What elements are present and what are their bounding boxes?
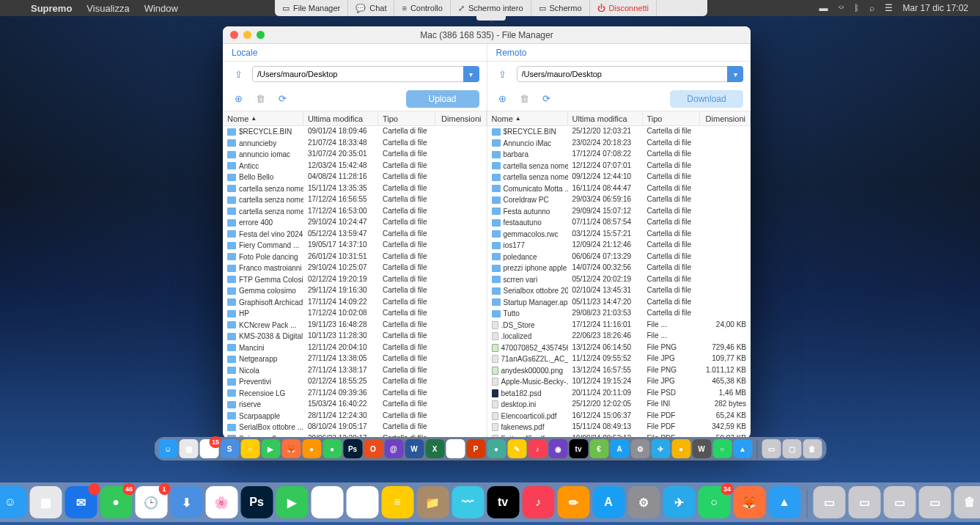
dock-app-icon[interactable]: ▶ bbox=[261, 439, 280, 458]
file-row[interactable]: cartella senza nome 209/12/24 12:44:10Ca… bbox=[487, 172, 751, 183]
toolbar-controllo[interactable]: ≡Controllo bbox=[394, 0, 450, 16]
window-titlebar[interactable]: Mac (386 168 535) - File Manager bbox=[223, 26, 751, 44]
file-row[interactable]: annuncieby21/07/24 18:33:48Cartella di f… bbox=[223, 138, 487, 150]
local-file-list[interactable]: $RECYCLE.BIN09/01/24 18:09:46Cartella di… bbox=[223, 126, 487, 438]
dock-app-icon[interactable]: ≡ bbox=[381, 486, 413, 518]
toolbar-disconnetti[interactable]: ⏻Disconnetti bbox=[590, 0, 657, 16]
dock-app-icon[interactable]: A bbox=[610, 439, 629, 458]
file-row[interactable]: Anticc12/03/24 15:42:48Cartella di file bbox=[223, 161, 487, 172]
file-row[interactable]: KCNcrew Pack ...19/11/23 16:48:28Cartell… bbox=[223, 320, 487, 331]
file-row[interactable]: anydesk00000.png13/12/24 16:57:55File PN… bbox=[487, 365, 751, 377]
dock-app-icon[interactable]: W bbox=[405, 439, 424, 458]
file-row[interactable]: Festa autunno29/09/24 15:07:12Cartella d… bbox=[487, 206, 751, 218]
dock-app-icon[interactable]: ✉ bbox=[65, 486, 97, 518]
file-row[interactable]: cartella senza nome 217/12/24 16:56:55Ca… bbox=[223, 194, 487, 206]
file-row[interactable]: Bello Bello04/08/24 11:28:16Cartella di … bbox=[223, 172, 487, 183]
file-row[interactable]: Preventivi02/12/24 18:55:25Cartella di f… bbox=[223, 376, 487, 388]
nav-up-icon[interactable]: ⇧ bbox=[495, 66, 511, 82]
file-row[interactable]: gemmacolos.rwc03/12/24 15:57:21Cartella … bbox=[487, 229, 751, 241]
file-row[interactable]: fakenews.pdf15/11/24 08:49:13File PDF342… bbox=[487, 422, 751, 433]
dock-app-icon[interactable]: ✏ bbox=[557, 486, 589, 518]
file-row[interactable]: Comunicato Motta ...16/11/24 08:44:47Car… bbox=[487, 183, 751, 195]
file-row[interactable]: barbara17/12/24 07:08:22Cartella di file bbox=[487, 149, 751, 161]
dock-app-icon[interactable]: ☺ bbox=[158, 439, 177, 458]
dock-app-icon[interactable]: @ bbox=[384, 439, 403, 458]
file-row[interactable]: Foto Pole dancing26/01/24 10:31:51Cartel… bbox=[223, 252, 487, 263]
wifi-icon[interactable]: ⌔ bbox=[839, 3, 844, 13]
file-row[interactable]: HP17/12/24 10:02:08Cartella di file bbox=[223, 308, 487, 320]
dock-app-icon[interactable]: 🕒1 bbox=[135, 486, 167, 518]
dock-app-icon[interactable]: ●46 bbox=[100, 486, 132, 518]
menu-visualizza[interactable]: Visualizza bbox=[79, 3, 136, 14]
remote-path-input[interactable] bbox=[517, 66, 744, 82]
dock-app-icon[interactable]: ⚙ bbox=[627, 486, 660, 518]
col-date[interactable]: Ultima modifica bbox=[568, 111, 643, 125]
dock-app-icon[interactable]: ✉15 bbox=[199, 439, 218, 458]
dock-app-icon[interactable]: P bbox=[466, 439, 485, 458]
dock-app-icon[interactable]: 〰 bbox=[452, 486, 484, 518]
file-row[interactable]: desktop.ini25/12/20 12:02:05File INI282 … bbox=[487, 399, 751, 411]
file-row[interactable]: 470070852_4357456...13/12/24 06:14:50Fil… bbox=[487, 342, 751, 354]
file-row[interactable]: Graphisoft Archicad ...17/11/24 14:09:22… bbox=[223, 297, 487, 309]
file-row[interactable]: Scarpaapple28/11/24 12:24:30Cartella di … bbox=[223, 411, 487, 422]
local-tab[interactable]: Locale bbox=[223, 44, 487, 62]
dock-minimized-icon[interactable]: ▭ bbox=[883, 486, 915, 518]
file-row[interactable]: Mancini12/11/24 20:04:10Cartella di file bbox=[223, 342, 487, 354]
file-row[interactable]: .DS_Store17/12/24 11:16:01File ...24,00 … bbox=[487, 320, 751, 331]
file-row[interactable]: errore 40029/10/24 10:24:47Cartella di f… bbox=[223, 217, 487, 229]
file-row[interactable]: KMS-2038 & Digital ...10/11/23 11:28:30C… bbox=[223, 331, 487, 342]
bluetooth-icon[interactable]: ᛒ bbox=[854, 3, 859, 13]
file-row[interactable]: $RECYCLE.BIN09/01/24 18:09:46Cartella di… bbox=[223, 126, 487, 138]
nav-up-icon[interactable]: ⇧ bbox=[230, 66, 246, 82]
file-row[interactable]: cartella senza nome 317/12/24 16:53:00Ca… bbox=[223, 206, 487, 218]
file-row[interactable]: scrren vari05/12/24 20:02:19Cartella di … bbox=[487, 274, 751, 286]
spotlight-icon[interactable]: ⌕ bbox=[869, 3, 874, 13]
dock-app-icon[interactable]: S bbox=[220, 439, 239, 458]
dock-app-icon[interactable]: tv bbox=[487, 486, 519, 518]
file-row[interactable]: Apple-Music-Becky-...10/12/24 19:15:24Fi… bbox=[487, 376, 751, 388]
file-row[interactable]: prezzi iphone apple14/07/24 00:32:56Cart… bbox=[487, 262, 751, 274]
dock-app-icon[interactable]: ○ bbox=[712, 439, 732, 458]
refresh-icon[interactable]: ⟳ bbox=[274, 91, 290, 107]
file-row[interactable]: Recensioe LG27/11/24 09:39:36Cartella di… bbox=[223, 388, 487, 400]
dock-minimized-icon[interactable]: ▢ bbox=[782, 439, 801, 458]
zoom-button[interactable] bbox=[257, 31, 265, 39]
file-row[interactable]: ios17712/09/24 21:12:46Cartella di file bbox=[487, 240, 751, 252]
col-date[interactable]: Ultima modifica bbox=[303, 111, 378, 125]
file-row[interactable]: Fiery Command ...19/05/17 14:37:10Cartel… bbox=[223, 240, 487, 252]
dock-app-icon[interactable]: A bbox=[592, 486, 625, 518]
file-row[interactable]: Netgearapp27/11/24 13:38:05Cartella di f… bbox=[223, 353, 487, 365]
dock-app-icon[interactable]: ▶ bbox=[276, 486, 308, 518]
app-name[interactable]: Supremo bbox=[23, 3, 79, 14]
dock-app-icon[interactable]: ◉ bbox=[548, 439, 567, 458]
refresh-icon[interactable]: ⟳ bbox=[539, 91, 555, 107]
dock-app-icon[interactable]: ⚙ bbox=[630, 439, 649, 458]
col-name[interactable]: Nome▲ bbox=[223, 111, 303, 125]
close-button[interactable] bbox=[230, 31, 238, 39]
new-folder-icon[interactable]: ⊕ bbox=[495, 91, 511, 107]
file-row[interactable]: annuncio iomac31/07/24 20:35:01Cartella … bbox=[223, 149, 487, 161]
dock-app-icon[interactable]: Ps bbox=[343, 439, 362, 458]
dock-app-icon[interactable]: ✈ bbox=[651, 439, 670, 458]
upload-button[interactable]: Upload bbox=[406, 90, 479, 108]
dock-app-icon[interactable]: tv bbox=[569, 439, 588, 458]
col-type[interactable]: Tipo bbox=[643, 111, 700, 125]
dock-app-icon[interactable]: ☺ bbox=[0, 486, 26, 518]
trash-icon[interactable]: 🗑 bbox=[803, 439, 822, 458]
col-size[interactable]: Dimensioni bbox=[700, 111, 751, 125]
menu-window[interactable]: Window bbox=[137, 3, 185, 14]
delete-icon[interactable]: 🗑 bbox=[252, 91, 268, 107]
toolbar-file-manager[interactable]: ▭File Manager bbox=[275, 0, 348, 16]
dock-app-icon[interactable]: 17 bbox=[446, 439, 465, 458]
file-row[interactable]: Elencoarticoli.pdf16/12/24 15:06:37File … bbox=[487, 411, 751, 422]
dock-app-icon[interactable]: ○ bbox=[240, 439, 259, 458]
dock-app-icon[interactable]: ▲ bbox=[768, 486, 800, 518]
dock-minimized-icon[interactable]: ▭ bbox=[762, 439, 781, 458]
dock-app-icon[interactable]: Ps bbox=[240, 486, 273, 518]
file-row[interactable]: SerialBox ottobre ...08/10/24 19:05:17Ca… bbox=[223, 422, 487, 433]
dock-app-icon[interactable]: ● bbox=[671, 439, 690, 458]
download-button[interactable]: Download bbox=[670, 90, 743, 108]
dock-app-icon[interactable]: X bbox=[425, 439, 444, 458]
local-path-input[interactable] bbox=[252, 66, 479, 82]
col-size[interactable]: Dimensioni bbox=[435, 111, 487, 125]
